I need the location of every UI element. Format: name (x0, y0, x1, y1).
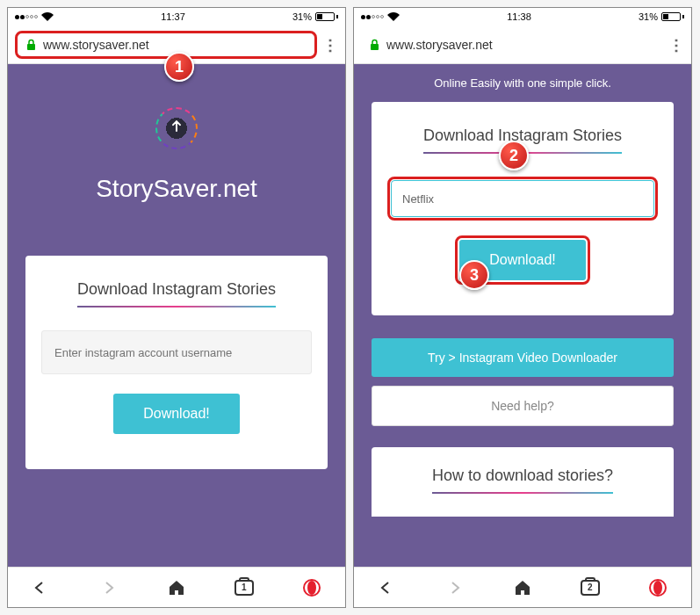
tabs-button[interactable]: 1 (227, 570, 262, 605)
wifi-icon (387, 12, 400, 21)
lock-icon (26, 39, 36, 51)
howto-title: How to download stories? (432, 467, 613, 494)
username-input[interactable] (387, 177, 658, 221)
opera-menu-button[interactable] (640, 570, 675, 605)
more-icon[interactable]: ⋯ (668, 38, 687, 52)
forward-button[interactable] (91, 570, 126, 605)
battery-percent: 31% (292, 11, 312, 22)
battery-percent: 31% (639, 11, 658, 22)
hero-title: StorySaver.net (25, 175, 328, 203)
back-button[interactable] (24, 570, 59, 605)
url-text: www.storysaver.net (386, 38, 493, 52)
logo-icon (156, 108, 197, 148)
hero: StorySaver.net (8, 64, 345, 256)
tabs-button[interactable]: 2 (573, 570, 608, 605)
url-text: www.storysaver.net (43, 38, 149, 52)
opera-menu-button[interactable] (294, 570, 329, 605)
address-bar: www.storysaver.net ⋯ (354, 25, 691, 64)
status-bar: 11:38 31% (354, 8, 691, 25)
download-card: Download Instagram Stories 2 Download! 3 (372, 102, 674, 315)
page-content: Online Easily with one simple click. Dow… (354, 64, 691, 567)
try-downloader-button[interactable]: Try > Instagram Video Downloader (372, 338, 674, 377)
status-time: 11:37 (161, 11, 185, 22)
svg-rect-3 (371, 44, 379, 50)
signal-icon (361, 15, 384, 19)
svg-point-5 (653, 581, 662, 595)
wifi-icon (41, 12, 54, 21)
battery-icon (661, 12, 684, 21)
home-button[interactable] (505, 570, 540, 605)
status-time: 11:38 (507, 11, 531, 22)
step-badge-3: 3 (459, 260, 489, 290)
howto-card: How to download stories? (372, 447, 674, 517)
url-field[interactable]: www.storysaver.net (15, 31, 317, 59)
step-badge-2: 2 (499, 141, 529, 170)
address-bar: www.storysaver.net ⋯ 1 (8, 25, 345, 64)
svg-rect-0 (27, 44, 35, 50)
status-bar: 11:37 31% (8, 8, 345, 25)
back-button[interactable] (370, 570, 405, 605)
lock-icon (370, 39, 379, 51)
username-input[interactable] (41, 330, 312, 374)
step-badge-1: 1 (164, 52, 194, 82)
phone-right: 11:38 31% www.storysaver.net ⋯ Online Ea… (353, 7, 692, 608)
bottom-nav: 2 (354, 567, 691, 607)
bottom-nav: 1 (8, 567, 345, 607)
tagline: Online Easily with one simple click. (354, 64, 691, 102)
page-content: StorySaver.net Download Instagram Storie… (8, 64, 345, 567)
phone-left: 11:37 31% www.storysaver.net ⋯ 1 StorySa… (7, 7, 346, 608)
help-button[interactable]: Need help? (372, 386, 674, 426)
more-icon[interactable]: ⋯ (321, 38, 341, 52)
card-title: Download Instagram Stories (77, 280, 276, 308)
download-button[interactable]: Download! (113, 394, 240, 434)
download-card: Download Instagram Stories Download! (25, 256, 328, 469)
home-button[interactable] (159, 570, 194, 605)
forward-button[interactable] (437, 570, 473, 605)
battery-icon (315, 12, 338, 21)
url-field[interactable]: www.storysaver.net (361, 31, 663, 59)
svg-point-2 (307, 581, 316, 595)
signal-icon (15, 15, 38, 19)
